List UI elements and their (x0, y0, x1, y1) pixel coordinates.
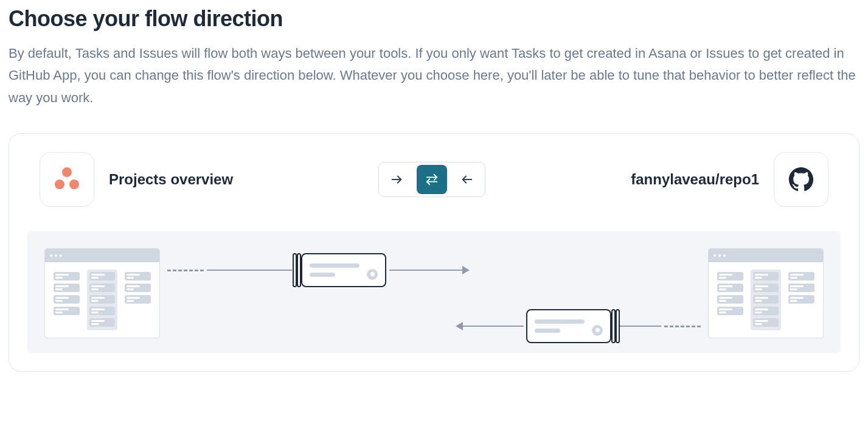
direction-one-way-right[interactable] (379, 162, 414, 197)
flowing-card-illustration (301, 253, 386, 287)
left-board-illustration (44, 248, 160, 338)
flow-line-dashed (664, 326, 701, 327)
left-tool: Projects overview (40, 152, 233, 207)
arrows-two-way-icon (425, 173, 439, 186)
flow-line (389, 270, 462, 271)
direction-one-way-left[interactable] (450, 162, 485, 197)
github-icon (774, 152, 828, 207)
arrowhead-right-icon (462, 266, 470, 274)
page-description: By default, Tasks and Issues will flow b… (9, 43, 859, 109)
direction-toggle (378, 162, 485, 197)
right-tool-name: fannylaveau/repo1 (631, 171, 759, 188)
left-tool-name: Projects overview (109, 171, 233, 188)
flowing-card-illustration (526, 309, 611, 343)
flow-line-dashed (167, 270, 204, 271)
right-board-illustration (708, 248, 824, 338)
flow-header: Projects overview fannylaveau/repo1 (27, 152, 841, 207)
arrowhead-left-icon (456, 322, 463, 330)
asana-icon (40, 152, 94, 207)
direction-two-way[interactable] (417, 165, 447, 194)
flow-line (463, 326, 524, 327)
arrow-left-icon (460, 173, 474, 186)
page-title: Choose your flow direction (9, 6, 859, 32)
flow-panel: Projects overview fannylaveau/repo1 (9, 133, 859, 372)
arrow-right-icon (390, 173, 403, 186)
right-tool: fannylaveau/repo1 (631, 152, 828, 207)
flow-illustration (27, 231, 841, 353)
flow-line (207, 270, 292, 271)
